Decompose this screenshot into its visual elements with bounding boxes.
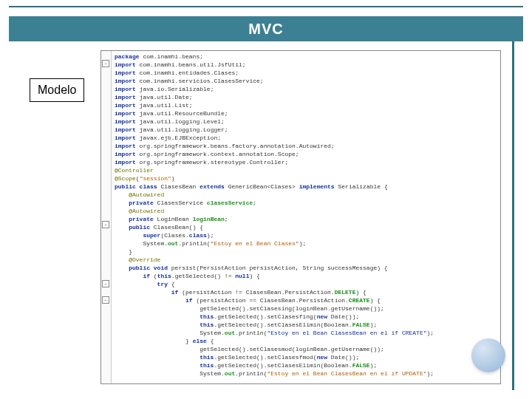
code-line: private LoginBean loginBean; xyxy=(115,215,497,223)
code-line: public class ClasesBean extends GenericB… xyxy=(115,183,497,191)
code-line: import java.io.Serializable; xyxy=(115,85,497,93)
code-area: package com.inamhi.beans;import com.inam… xyxy=(112,51,500,383)
code-line: System.out.println("Estoy en el Bean Cla… xyxy=(115,329,497,337)
code-line: package com.inamhi.beans; xyxy=(115,52,497,61)
code-line: } else { xyxy=(115,337,497,345)
code-line: this.getSelected().setClasesElimin(Boole… xyxy=(115,321,497,329)
code-line: getSelected().setClasesmod(loginBean.get… xyxy=(115,345,497,353)
code-line: import java.util.ResourceBundle; xyxy=(115,109,497,117)
code-line: public void persist(PersistAction persis… xyxy=(115,264,497,272)
code-line: import com.inamhi.servicios.ClasesServic… xyxy=(115,77,497,85)
code-line: import org.springframework.context.annot… xyxy=(115,150,497,158)
page-title: MVC xyxy=(248,21,283,38)
code-line: System.out.println("Estoy en el Bean Cla… xyxy=(115,239,497,248)
code-line: import java.util.Date; xyxy=(115,93,497,101)
code-line: import org.springframework.stereotype.Co… xyxy=(115,158,497,166)
code-line: try { xyxy=(115,280,497,288)
title-bar: MVC xyxy=(9,16,523,41)
code-line: getSelected().setClasesing(loginBean.get… xyxy=(115,304,497,313)
decorative-circle-icon xyxy=(471,338,505,372)
code-line: if (persistAction == ClasesBean.PersistA… xyxy=(115,296,497,304)
code-line: public ClasesBean() { xyxy=(115,223,497,231)
code-line: this.getSelected().setClasesfing(new Dat… xyxy=(115,313,497,321)
code-line: @Autowired xyxy=(115,207,497,215)
fold-marker-icon: - xyxy=(102,221,109,228)
code-line: import javax.ejb.EJBException; xyxy=(115,134,497,142)
right-vertical-rule xyxy=(512,41,514,390)
code-line: if (this.getSelected() != null) { xyxy=(115,272,497,280)
code-line: super(Clases.class); xyxy=(115,231,497,239)
code-line: if (persistAction != ClasesBean.PersistA… xyxy=(115,288,497,296)
fold-marker-icon: - xyxy=(102,296,109,304)
model-label: Modelo xyxy=(38,83,76,96)
code-line: private ClasesService clasesService; xyxy=(115,199,497,207)
code-line: @Override xyxy=(115,256,497,264)
fold-marker-icon: - xyxy=(102,280,109,287)
code-panel: ---- package com.inamhi.beans;import com… xyxy=(100,50,501,384)
code-line: this.getSelected().setClasesElimin(Boole… xyxy=(115,361,497,369)
code-gutter: ---- xyxy=(101,51,112,383)
code-line: System.out.println("Estoy en el Bean Cla… xyxy=(115,369,497,378)
fold-marker-icon: - xyxy=(102,60,109,67)
code-line: import org.springframework.beans.factory… xyxy=(115,142,497,150)
code-line: @Controller xyxy=(115,166,497,174)
code-line: this.getSelected().setClasesfmod(new Dat… xyxy=(115,353,497,361)
code-line: import java.util.logging.Logger; xyxy=(115,126,497,134)
code-line: import java.util.logging.Level; xyxy=(115,117,497,126)
code-line: import com.inamhi.entidades.Clases; xyxy=(115,69,497,77)
code-line: } xyxy=(115,248,497,256)
code-line: @Autowired xyxy=(115,191,497,199)
code-line: @Scope("session") xyxy=(115,174,497,183)
code-line: import java.util.List; xyxy=(115,101,497,109)
code-line: import com.inamhi.beans.util.JsfUtil; xyxy=(115,61,497,69)
top-rule xyxy=(9,6,523,7)
model-label-box: Modelo xyxy=(30,78,84,102)
